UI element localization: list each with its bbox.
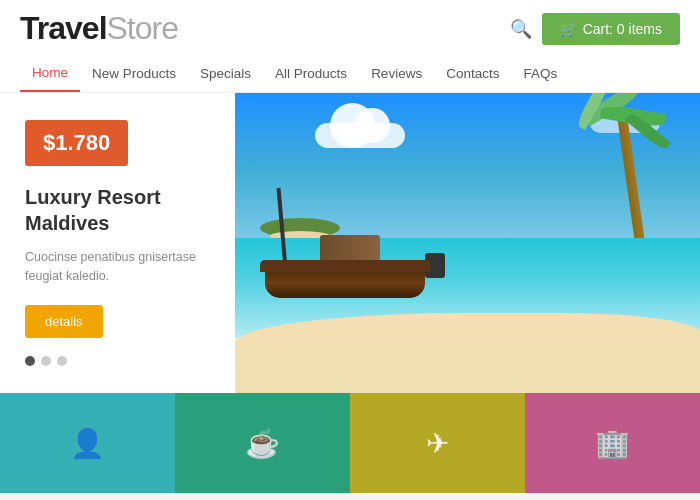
boat — [265, 268, 425, 298]
cart-icon: 🛒 — [560, 21, 577, 37]
nav-item-contacts[interactable]: Contacts — [434, 56, 511, 91]
tile-plane[interactable]: ✈ — [350, 393, 525, 493]
nav-item-home[interactable]: Home — [20, 55, 80, 92]
nav-item-faqs[interactable]: FAQs — [511, 56, 569, 91]
tile-coffee[interactable]: ☕ — [175, 393, 350, 493]
hero-dots — [25, 356, 210, 366]
logo: TravelStore — [20, 10, 178, 47]
dot-3[interactable] — [57, 356, 67, 366]
logo-part1: Travel — [20, 10, 107, 46]
boat-cabin — [320, 235, 380, 260]
coffee-icon: ☕ — [245, 427, 280, 460]
search-icon[interactable]: 🔍 — [510, 18, 532, 40]
details-button[interactable]: details — [25, 305, 103, 338]
hero-description: Cuocinse penatibus gnisertase feugiat ka… — [25, 248, 210, 286]
header: TravelStore 🔍 🛒 Cart: 0 items Home New P… — [0, 0, 700, 93]
hero-price: $1.780 — [25, 120, 128, 166]
header-right: 🔍 🛒 Cart: 0 items — [510, 13, 680, 45]
cart-button[interactable]: 🛒 Cart: 0 items — [542, 13, 680, 45]
building-icon: 🏢 — [595, 427, 630, 460]
hero-background — [235, 93, 700, 393]
boat-hull — [265, 268, 425, 298]
dot-2[interactable] — [41, 356, 51, 366]
header-top: TravelStore 🔍 🛒 Cart: 0 items — [20, 10, 680, 53]
sand — [235, 313, 700, 393]
cart-label: Cart: 0 items — [583, 21, 662, 37]
hero-title: Luxury ResortMaldives — [25, 184, 210, 236]
people-icon: 👤 — [70, 427, 105, 460]
tile-building[interactable]: 🏢 — [525, 393, 700, 493]
hero-section: $1.780 Luxury ResortMaldives Cuocinse pe… — [0, 93, 700, 393]
main-nav: Home New Products Specials All Products … — [20, 55, 680, 92]
logo-part2: Store — [107, 10, 178, 46]
nav-item-new-products[interactable]: New Products — [80, 56, 188, 91]
hero-content: $1.780 Luxury ResortMaldives Cuocinse pe… — [0, 93, 235, 393]
tile-people[interactable]: 👤 — [0, 393, 175, 493]
nav-item-reviews[interactable]: Reviews — [359, 56, 434, 91]
nav-item-all-products[interactable]: All Products — [263, 56, 359, 91]
plane-icon: ✈ — [426, 427, 449, 460]
cloud-1 — [315, 123, 405, 148]
hero-image — [235, 93, 700, 393]
nav-item-specials[interactable]: Specials — [188, 56, 263, 91]
dot-1[interactable] — [25, 356, 35, 366]
bottom-tiles: 👤 ☕ ✈ 🏢 — [0, 393, 700, 493]
